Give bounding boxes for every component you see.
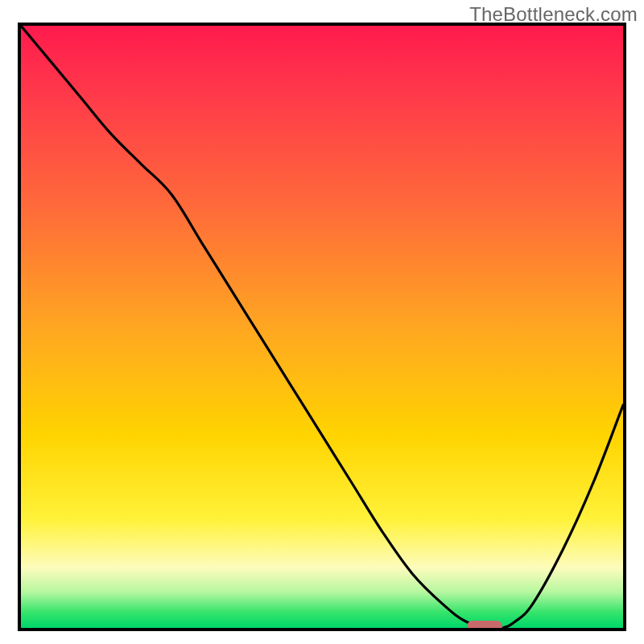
optimum-marker	[467, 621, 503, 631]
bottleneck-curve	[21, 26, 623, 628]
plot-area	[18, 23, 626, 631]
chart-container: TheBottleneck.com	[0, 0, 644, 644]
watermark-text: TheBottleneck.com	[469, 3, 638, 26]
